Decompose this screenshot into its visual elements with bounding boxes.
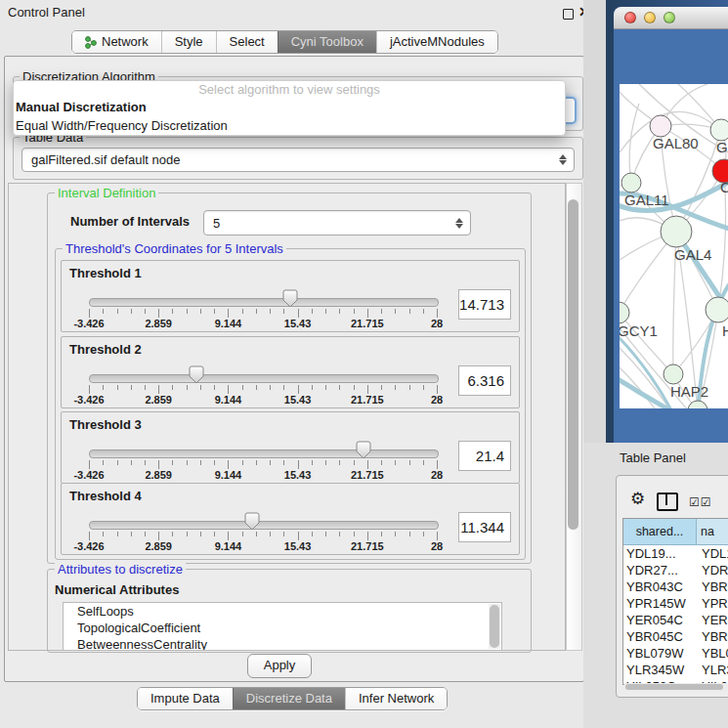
algorithm-dropdown-popup: Select algorithm to view settings Manual… [13,80,566,136]
scrollbar-thumb[interactable] [490,605,499,648]
node-GAL[interactable] [710,119,728,141]
slider-tick [131,309,132,314]
slider-track[interactable] [89,521,439,530]
slider-track[interactable] [89,374,439,383]
control-panel-tab-bar: Network Style Select Cyni Toolbox jActiv… [71,30,498,54]
slider-thumb[interactable] [356,441,371,459]
tab-impute-data[interactable]: Impute Data [138,688,233,709]
show-columns-checkbox-icons[interactable]: ☑☑ [689,495,712,509]
network-view-window[interactable]: GAL80GACGAL11GAL4GCY1HHAP2 [614,7,728,443]
slider-scale-label: -3.426 [73,318,104,329]
slider-tick [214,460,215,465]
node-GAL11[interactable] [621,173,641,193]
slider-tick [228,385,229,394]
slider-tick [325,460,326,465]
table-data-selected: galFiltered.sif default node [22,152,558,167]
slider-scale-label: 9.144 [215,540,242,552]
panel-divider[interactable] [583,0,606,443]
slider-tick [381,309,382,314]
numerical-attributes-list[interactable]: SelfLoops TopologicalCoefficient Between… [63,602,502,651]
slider-tick [312,385,313,390]
list-item[interactable]: BetweennessCentrality [64,636,501,651]
column-header-name[interactable]: na [697,519,728,544]
slider-tick [381,532,382,536]
threshold-2-slider[interactable]: -3.4262.8599.14415.4321.71528 [62,337,452,407]
table-horizontal-scrollbar[interactable] [623,683,728,692]
node-GAL4[interactable] [661,216,692,247]
slider-track[interactable] [89,450,439,458]
slider-tick [354,532,355,536]
slider-tick [325,309,326,314]
slider-thumb[interactable] [189,365,204,384]
slider-scale-label: -3.426 [73,394,104,406]
table-row[interactable]: YER054C YER0 [623,612,728,628]
dropdown-option-equal-width[interactable]: Equal Width/Frequency Discretization [14,116,565,135]
table-row[interactable]: YBR043C YBR0 [623,578,728,595]
tab-select[interactable]: Select [216,31,278,53]
threshold-1-value-field[interactable]: 14.713 [458,289,511,320]
table-row[interactable]: YBR045C YBR0 [623,628,728,645]
threshold-1-slider[interactable]: -3.4262.8599.14415.4321.71528 [62,261,452,331]
slider-track[interactable] [89,298,439,307]
network-canvas[interactable]: GAL80GACGAL11GAL4GCY1HHAP2 [620,84,728,408]
network-icon [85,36,97,49]
slider-tick [158,460,159,469]
minimize-traffic-light-icon[interactable] [644,12,656,23]
settings-vertical-scrollbar[interactable] [566,183,582,651]
close-traffic-light-icon[interactable] [624,12,636,23]
list-item[interactable]: TopologicalCoefficient [64,620,501,636]
column-split-icon[interactable] [657,492,678,511]
node-label-H: H [722,322,728,339]
tab-infer-network[interactable]: Infer Network [345,688,447,709]
scrollbar-thumb[interactable] [625,684,723,690]
tab-style[interactable]: Style [161,31,216,53]
slider-tick [312,460,313,465]
threshold-3-slider[interactable]: -3.4262.8599.14415.4321.71528 [62,412,452,483]
slider-tick [409,309,410,314]
tab-jactivemnodules[interactable]: jActiveMNodules [376,31,497,53]
table-row[interactable]: YDR27... YDR2 [623,562,728,578]
threshold-4-slider[interactable]: -3.4262.8599.14415.4321.71528 [62,484,452,554]
table-row[interactable]: YDL19... YDL1 [623,545,728,562]
list-scrollbar[interactable] [489,604,500,649]
slider-tick [298,460,299,469]
tab-network[interactable]: Network [72,31,161,53]
slider-tick [298,532,299,540]
node-GCY1[interactable] [620,302,629,323]
slider-tick [298,385,299,394]
node-GAL80[interactable] [650,115,671,137]
threshold-2-value-field[interactable]: 6.316 [458,365,511,396]
column-header-shared-name[interactable]: shared... [623,519,697,544]
network-window-titlebar[interactable] [614,7,728,29]
node-label-HAP2: HAP2 [670,383,708,400]
slider-tick [117,532,118,536]
number-of-intervals-combobox[interactable]: 5 [203,210,471,236]
node-H[interactable] [706,297,728,322]
threshold-3-value-field[interactable]: 21.4 [458,441,511,471]
table-row[interactable]: YPR145W YPR1 [623,595,728,612]
dropdown-placeholder[interactable]: Select algorithm to view settings [14,81,565,98]
tab-cyni-toolbox[interactable]: Cyni Toolbox [278,31,376,53]
table-row[interactable]: YBL079W YBL0 [623,645,728,662]
zoom-traffic-light-icon[interactable] [664,12,675,23]
list-item[interactable]: SelfLoops [64,603,501,620]
float-window-icon[interactable] [563,9,574,20]
slider-tick [437,532,438,540]
table-data-combobox[interactable]: galFiltered.sif default node [21,148,575,172]
slider-tick [395,385,396,390]
tab-discretize-data[interactable]: Discretize Data [233,688,345,709]
slider-thumb[interactable] [244,512,260,531]
slider-tick [367,309,368,318]
slider-tick [89,309,90,318]
table-panel-title: Table Panel [620,450,686,465]
threshold-4-value-field[interactable]: 11.344 [458,512,511,542]
network-edge[interactable] [629,104,639,183]
slider-tick [367,532,368,540]
dropdown-option-manual[interactable]: Manual Discretization [14,98,565,116]
slider-thumb[interactable] [282,289,298,308]
apply-button[interactable]: Apply [247,654,312,678]
gear-icon[interactable]: ⚙ [630,489,645,509]
table-row[interactable]: YLR345W YLR3 [623,662,728,678]
scrollbar-thumb[interactable] [568,199,578,530]
node-HAP2[interactable] [664,364,683,384]
